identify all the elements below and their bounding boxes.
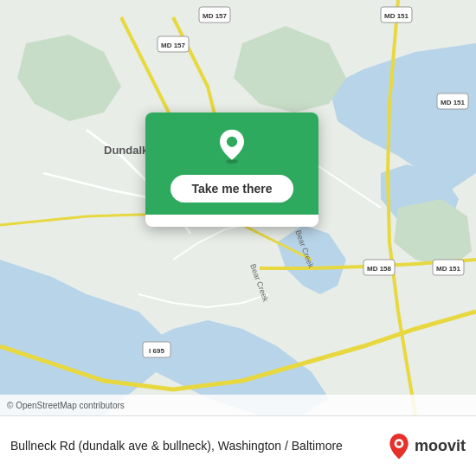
svg-text:MD 157: MD 157 bbox=[161, 42, 186, 49]
info-bar: Bullneck Rd (dundalk ave & bullneck), Wa… bbox=[0, 415, 476, 476]
attribution-bar: © OpenStreetMap contributors bbox=[0, 395, 476, 415]
moovit-logo: moovit bbox=[387, 433, 466, 460]
svg-text:MD 158: MD 158 bbox=[367, 265, 392, 273]
svg-text:I 695: I 695 bbox=[149, 347, 164, 355]
svg-point-30 bbox=[396, 441, 401, 445]
svg-text:MD 151: MD 151 bbox=[384, 12, 409, 20]
popup-tail bbox=[222, 215, 242, 227]
moovit-pin-icon bbox=[387, 433, 411, 460]
map-container: MD 157 MD 157 MD 151 MD 151 MD 151 MD 15… bbox=[0, 0, 476, 415]
attribution-text: © OpenStreetMap contributors bbox=[7, 401, 125, 410]
moovit-text: moovit bbox=[415, 437, 466, 455]
take-me-there-button[interactable]: Take me there bbox=[170, 175, 293, 203]
svg-text:MD 151: MD 151 bbox=[436, 265, 461, 273]
popup-green-area: Take me there bbox=[145, 113, 318, 215]
location-text: Bullneck Rd (dundalk ave & bullneck), Wa… bbox=[10, 438, 387, 455]
svg-point-28 bbox=[227, 137, 237, 147]
svg-text:MD 157: MD 157 bbox=[203, 12, 228, 20]
location-pin-icon bbox=[214, 128, 250, 164]
popup-card: Take me there bbox=[145, 113, 318, 227]
svg-text:Dundalk: Dundalk bbox=[104, 144, 149, 157]
svg-text:MD 151: MD 151 bbox=[441, 99, 466, 106]
